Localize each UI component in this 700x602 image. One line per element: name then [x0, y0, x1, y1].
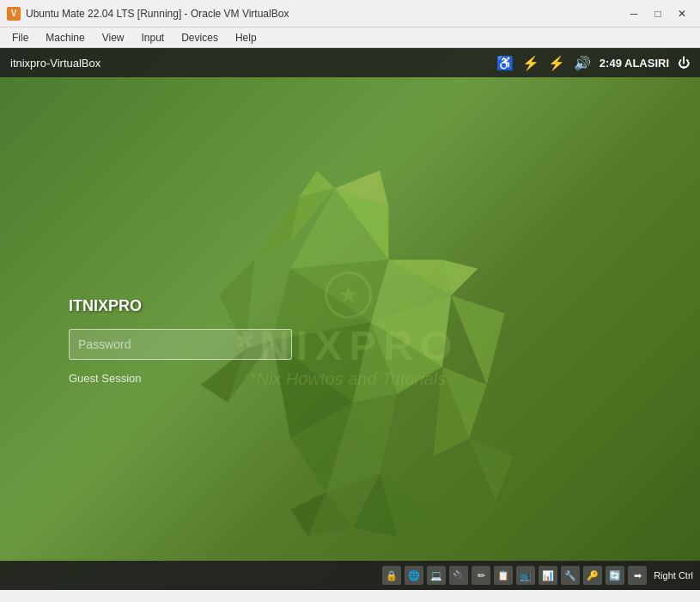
menu-view[interactable]: View [94, 27, 133, 47]
taskbar-icon-6[interactable]: 📋 [494, 566, 513, 585]
window-title: Ubuntu Mate 22.04 LTS [Running] - Oracle… [26, 8, 623, 20]
taskbar-icon-8[interactable]: 📊 [539, 566, 557, 585]
login-box: ITNIXPRO Guest Session [69, 297, 326, 386]
taskbar-icon-7[interactable]: 📺 [516, 566, 535, 585]
power-icon[interactable]: ⏻ [678, 56, 690, 70]
close-button[interactable]: ✕ [671, 3, 693, 25]
battery-icon[interactable]: ⚡ [548, 55, 565, 71]
taskbar-icon-1[interactable]: 🔒 [382, 566, 401, 585]
panel-time: 2:49 ALASIRI [600, 57, 669, 70]
menu-input[interactable]: Input [133, 27, 173, 47]
svg-marker-23 [469, 438, 514, 501]
svg-marker-15 [254, 198, 299, 260]
network-icon[interactable]: ⚡ [522, 55, 539, 71]
app-icon: V [7, 7, 21, 21]
svg-marker-22 [451, 295, 504, 385]
taskbar-icon-10[interactable]: 🔑 [583, 566, 602, 585]
menu-devices[interactable]: Devices [173, 27, 227, 47]
password-input[interactable] [69, 329, 292, 360]
guest-session-button[interactable]: Guest Session [69, 372, 142, 385]
menubar: File Machine View Input Devices Help [0, 27, 700, 48]
volume-icon[interactable]: 🔊 [574, 55, 591, 71]
taskbar-icon-3[interactable]: 💻 [427, 566, 446, 585]
menu-help[interactable]: Help [227, 27, 265, 47]
menu-file[interactable]: File [3, 27, 37, 47]
titlebar: V Ubuntu Mate 22.04 LTS [Running] - Orac… [0, 0, 700, 27]
accessibility-icon[interactable]: ♿ [496, 55, 514, 71]
maximize-button[interactable]: □ [647, 3, 669, 25]
window-controls: ─ □ ✕ [623, 3, 693, 25]
panel-hostname: itnixpro-VirtualBox [10, 57, 100, 70]
login-username: ITNIXPRO [69, 297, 326, 315]
vm-viewport[interactable]: ★ *NIXPRO *Nix Howtos and Tutorials itni… [0, 48, 700, 590]
taskbar-icon-12[interactable]: ➡ [628, 566, 647, 585]
top-panel: itnixpro-VirtualBox ♿ ⚡ ⚡ 🔊 2:49 ALASIRI… [0, 48, 700, 77]
minimize-button[interactable]: ─ [623, 3, 645, 25]
taskbar-icon-2[interactable]: 🌐 [405, 566, 423, 585]
menu-machine[interactable]: Machine [37, 27, 93, 47]
taskbar-icon-5[interactable]: ✏ [472, 566, 490, 585]
panel-right-area: ♿ ⚡ ⚡ 🔊 2:49 ALASIRI ⏻ [496, 55, 690, 71]
taskbar-icon-11[interactable]: 🔄 [606, 566, 624, 585]
taskbar-icon-9[interactable]: 🔧 [561, 566, 580, 585]
right-ctrl-label: Right Ctrl [654, 570, 693, 581]
taskbar-icon-4[interactable]: 🔌 [449, 566, 468, 585]
taskbar: 🔒 🌐 💻 🔌 ✏ 📋 📺 📊 🔧 🔑 🔄 ➡ Right Ctrl [0, 561, 700, 590]
